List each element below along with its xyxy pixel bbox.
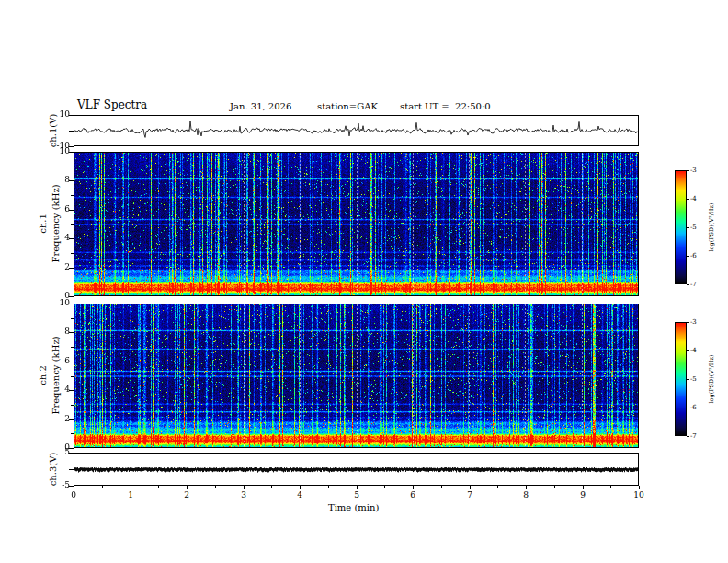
- y-tick-label: 6: [48, 204, 70, 213]
- tick-mark: [583, 486, 584, 489]
- y-tick-label: 5: [48, 447, 70, 456]
- tick-mark: [74, 486, 74, 489]
- y-tick-label: 10: [48, 109, 70, 119]
- tick-mark: [71, 195, 74, 196]
- tick-mark: [687, 284, 689, 285]
- ch2-spectrogram-canvas: [74, 304, 638, 447]
- tick-mark: [71, 318, 74, 319]
- ch1-spectrogram-canvas: [74, 153, 638, 295]
- colorbar-tick-label: -7: [690, 432, 697, 440]
- x-tick-label: 1: [121, 490, 140, 500]
- tick-mark: [554, 486, 555, 488]
- colorbar-2-canvas: [676, 323, 686, 435]
- ch3-waveform-canvas: [74, 454, 638, 485]
- x-tick-label: 2: [177, 490, 196, 500]
- tick-mark: [300, 486, 301, 489]
- tick-mark: [687, 199, 689, 200]
- tick-mark: [158, 486, 159, 488]
- y-tick-label: 6: [48, 356, 70, 365]
- station-label: station=GAK: [317, 101, 378, 111]
- ch1-spectrogram-panel: [74, 152, 639, 296]
- tick-mark: [497, 486, 498, 488]
- ch2-spectrogram-panel: [74, 304, 639, 448]
- tick-mark: [215, 486, 216, 488]
- colorbar-1-label: log(PSD)(V²/Hz): [708, 203, 715, 252]
- tick-mark: [413, 486, 414, 489]
- colorbar-tick-label: -6: [690, 404, 697, 411]
- tick-mark: [441, 486, 442, 488]
- tick-mark: [470, 486, 471, 489]
- y-tick-label: -10: [48, 141, 70, 150]
- x-tick-label: 8: [517, 490, 535, 500]
- tick-mark: [71, 433, 74, 434]
- tick-mark: [687, 408, 689, 408]
- y-tick-label: 4: [48, 233, 70, 242]
- colorbar-tick-label: -7: [690, 281, 697, 288]
- y-tick-label: -5: [48, 480, 70, 489]
- vlf-spectra-figure: VLF Spectra Jan. 31, 2026 station=GAK st…: [0, 0, 728, 563]
- tick-mark: [71, 376, 74, 377]
- freq-axis-label-1: Frequency (kHz): [51, 184, 61, 262]
- tick-mark: [687, 379, 689, 380]
- tick-mark: [384, 486, 385, 488]
- tick-mark: [71, 282, 74, 282]
- tick-mark: [187, 486, 188, 489]
- y-tick-label: 10: [48, 298, 70, 307]
- y-tick-label: 4: [48, 385, 70, 394]
- x-tick-label: 10: [630, 490, 648, 500]
- tick-mark: [131, 486, 131, 489]
- ch3-waveform-panel: [74, 453, 639, 486]
- tick-mark: [71, 405, 74, 406]
- y-tick-label: 8: [48, 175, 70, 184]
- tick-mark: [69, 131, 74, 132]
- x-axis-label: Time (min): [328, 502, 379, 512]
- tick-mark: [687, 322, 689, 323]
- tick-mark: [687, 350, 689, 351]
- freq-axis-label-2: Frequency (kHz): [51, 336, 61, 414]
- colorbar-tick-label: -3: [690, 167, 697, 174]
- y-tick-label: 8: [48, 327, 70, 336]
- x-tick-label: 7: [461, 490, 479, 500]
- x-tick-label: 5: [347, 490, 366, 500]
- tick-mark: [610, 486, 611, 488]
- tick-mark: [71, 224, 74, 225]
- x-tick-label: 9: [574, 490, 592, 500]
- colorbar-1: [675, 170, 687, 284]
- x-tick-label: 3: [234, 490, 253, 500]
- colorbar-tick-label: -4: [690, 195, 697, 202]
- x-tick-label: 0: [64, 490, 83, 500]
- tick-mark: [71, 167, 74, 167]
- colorbar-1-canvas: [676, 171, 686, 283]
- ch2-label: ch.2: [38, 365, 48, 385]
- colorbar-2-label: log(PSD)(V²/Hz): [708, 355, 715, 404]
- x-tick-label: 4: [290, 490, 309, 500]
- tick-mark: [687, 256, 689, 257]
- ch1-waveform-panel: [74, 115, 639, 146]
- tick-mark: [687, 227, 689, 228]
- tick-mark: [526, 486, 527, 489]
- colorbar-2: [675, 322, 687, 436]
- tick-mark: [244, 486, 245, 489]
- colorbar-tick-label: -5: [690, 375, 697, 383]
- figure-title: VLF Spectra: [77, 98, 147, 111]
- colorbar-tick-label: -3: [690, 318, 697, 326]
- x-tick-label: 6: [404, 490, 422, 500]
- tick-mark: [687, 436, 689, 437]
- tick-mark: [328, 486, 329, 488]
- tick-mark: [357, 486, 358, 489]
- y-tick-label: 2: [48, 414, 70, 423]
- tick-mark: [102, 486, 103, 488]
- figure-date: Jan. 31, 2026: [230, 101, 291, 111]
- y-tick-label: 2: [48, 262, 70, 271]
- start-ut-label: start UT = 22:50:0: [400, 101, 491, 111]
- tick-mark: [71, 253, 74, 254]
- tick-mark: [687, 170, 689, 171]
- tick-mark: [71, 347, 74, 348]
- colorbar-tick-label: -5: [690, 224, 697, 231]
- ch1-waveform-canvas: [74, 116, 638, 145]
- tick-mark: [271, 486, 272, 488]
- colorbar-tick-label: -4: [690, 347, 697, 354]
- tick-mark: [69, 469, 74, 470]
- colorbar-tick-label: -6: [690, 252, 697, 259]
- ch1-label: ch.1: [38, 213, 48, 234]
